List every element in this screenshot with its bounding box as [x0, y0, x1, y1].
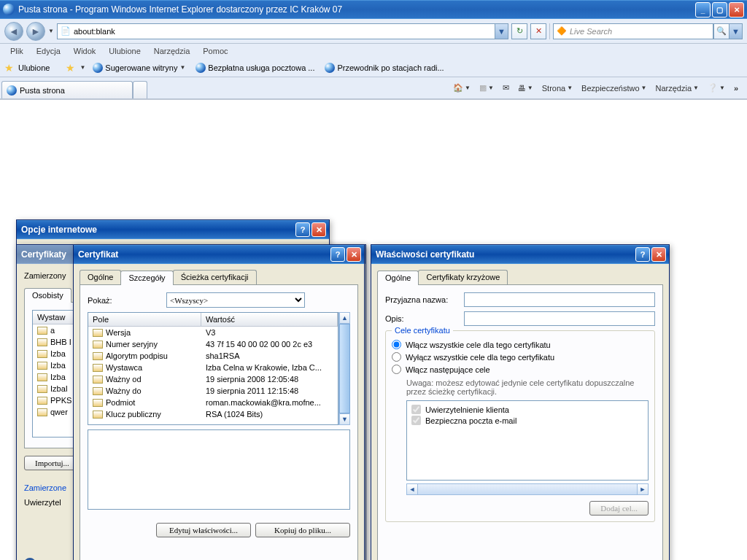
- col-field[interactable]: Pole: [88, 313, 201, 326]
- scroll-thumb[interactable]: [339, 324, 350, 413]
- tab-general[interactable]: Ogólne: [80, 270, 121, 284]
- cert-field-row[interactable]: Numer seryjny43 7f 15 40 00 02 00 00 2c …: [88, 338, 338, 350]
- menu-favorites[interactable]: Ulubione: [103, 45, 146, 57]
- safety-menu[interactable]: Bezpieczeństwo▼: [578, 82, 649, 94]
- overflow-button[interactable]: »: [731, 82, 741, 94]
- address-dropdown[interactable]: ▼: [495, 23, 508, 39]
- nav-history-dropdown[interactable]: ▼: [48, 28, 54, 34]
- note-text: Uwaga: możesz edytować jedynie cele cert…: [392, 376, 649, 400]
- cert-icon: [37, 408, 47, 416]
- description-input[interactable]: [464, 311, 655, 326]
- field-icon: [93, 352, 103, 360]
- stop-button[interactable]: ✕: [530, 23, 546, 39]
- tools-menu[interactable]: Narzędzia▼: [653, 82, 702, 94]
- show-combo[interactable]: <Wszyscy>: [166, 292, 305, 308]
- copy-to-file-button[interactable]: Kopiuj do pliku...: [255, 523, 350, 537]
- refresh-button[interactable]: ↻: [511, 23, 527, 39]
- certificate-properties-dialog: Właściwości certyfikatu ? ✕ Ogólne Certy…: [371, 244, 670, 560]
- dialog-close-button[interactable]: ✕: [651, 247, 666, 262]
- cert-purposes-legend: Cele certyfikatu: [392, 326, 453, 335]
- forward-button[interactable]: ►: [26, 22, 45, 41]
- scrollbar[interactable]: ▲ ▼: [338, 312, 350, 425]
- tab-personal[interactable]: Osobisty: [24, 288, 71, 303]
- feeds-button[interactable]: ▩▼: [476, 82, 497, 94]
- search-placeholder: Live Search: [570, 27, 612, 36]
- radio-enable-all[interactable]: [392, 340, 401, 349]
- browser-tab[interactable]: Pusta strona: [1, 81, 133, 98]
- scroll-up[interactable]: ▲: [339, 312, 350, 324]
- scroll-track[interactable]: [418, 483, 637, 495]
- search-button[interactable]: 🔍: [713, 23, 729, 39]
- description-label: Opis:: [385, 314, 458, 323]
- dialog-help-button[interactable]: ?: [295, 222, 310, 237]
- tab-certpath[interactable]: Ścieżka certyfikacji: [173, 270, 257, 284]
- menu-file[interactable]: Plik: [4, 45, 29, 57]
- favorites-label[interactable]: Ulubione: [18, 63, 50, 72]
- ie-icon: [196, 63, 206, 73]
- edit-properties-button[interactable]: Edytuj właściwości...: [156, 523, 251, 537]
- search-input[interactable]: 🔶 Live Search: [553, 23, 713, 39]
- search-dropdown[interactable]: ▼: [729, 23, 743, 39]
- cert-field-row[interactable]: WersjaV3: [88, 327, 338, 338]
- tab-general[interactable]: Ogólne: [377, 271, 419, 285]
- search-provider-icon: 🔶: [557, 26, 567, 36]
- page-content: Opcje internetowe ? ✕ Certyfikaty Zamier…: [0, 99, 747, 560]
- cert-field-row[interactable]: Klucz publicznyRSA (1024 Bits): [88, 408, 338, 420]
- import-button[interactable]: Importuj...: [24, 456, 80, 470]
- fav-link-mail[interactable]: Bezpłatna usługa pocztowa ...: [193, 61, 317, 74]
- scroll-left[interactable]: ◄: [406, 483, 418, 495]
- cert-field-row[interactable]: WystawcaIzba Celna w Krakowie, Izba C...: [88, 362, 338, 373]
- col-issued-to[interactable]: Wystaw: [33, 311, 77, 324]
- field-icon: [93, 376, 103, 384]
- help-button[interactable]: ❔▼: [705, 82, 728, 94]
- tab-title: Pusta strona: [20, 86, 65, 95]
- show-label: Pokaż:: [88, 296, 160, 305]
- home-icon: 🏠: [453, 83, 463, 93]
- tab-cross-certs[interactable]: Certyfikaty krzyżowe: [418, 270, 508, 284]
- print-button[interactable]: 🖶▼: [515, 82, 536, 94]
- radio-disable-all[interactable]: [392, 352, 401, 362]
- mail-button[interactable]: ✉: [500, 82, 512, 94]
- suggested-sites-link[interactable]: Sugerowane witryny ▼: [90, 61, 188, 74]
- field-value-textarea[interactable]: [88, 429, 350, 510]
- new-tab-button[interactable]: [133, 81, 147, 98]
- menu-edit[interactable]: Edycja: [31, 45, 66, 57]
- cert-icon: [37, 385, 47, 393]
- cert-field-row[interactable]: Ważny do19 sierpnia 2011 12:15:48: [88, 385, 338, 397]
- dialog-help-button[interactable]: ?: [330, 247, 345, 262]
- address-bar[interactable]: 📄 about:blank: [57, 23, 495, 39]
- horizontal-scrollbar[interactable]: ◄ ►: [406, 483, 649, 495]
- window-title: Pusta strona - Program Windows Internet …: [18, 4, 694, 15]
- add-favorite-icon[interactable]: ★: [66, 62, 75, 74]
- friendly-name-input[interactable]: [464, 292, 655, 307]
- cert-field-row[interactable]: Algorytm podpisusha1RSA: [88, 350, 338, 362]
- cert-icon: [37, 327, 47, 335]
- close-button[interactable]: ✕: [729, 2, 744, 18]
- dialog-close-button[interactable]: ✕: [347, 247, 361, 262]
- dialog-title: Właściwości certyfikatu: [374, 249, 634, 260]
- scroll-down[interactable]: ▼: [339, 413, 350, 425]
- add-favorite-dropdown[interactable]: ▼: [80, 64, 85, 71]
- fav-link-guide[interactable]: Przewodnik po stacjach radi...: [322, 61, 446, 74]
- dialog-close-button[interactable]: ✕: [311, 222, 326, 237]
- back-button[interactable]: ◄: [4, 22, 23, 41]
- add-purpose-button: Dodaj cel...: [589, 501, 649, 516]
- radio-enable-following[interactable]: [392, 365, 401, 374]
- cert-field-row[interactable]: Ważny od19 sierpnia 2008 12:05:48: [88, 373, 338, 385]
- field-icon: [93, 387, 103, 395]
- minimize-button[interactable]: _: [695, 2, 711, 18]
- purposes-list: Uwierzytelnienie klienta Bezpieczna pocz…: [406, 400, 649, 481]
- menu-view[interactable]: Widok: [68, 45, 102, 57]
- cert-field-row[interactable]: Podmiotroman.mackowiak@kra.mofne...: [88, 397, 338, 408]
- menu-help[interactable]: Pomoc: [197, 45, 233, 57]
- col-value[interactable]: Wartość: [201, 313, 338, 326]
- home-button[interactable]: 🏠▼: [450, 82, 473, 94]
- field-icon: [93, 411, 103, 419]
- menu-tools[interactable]: Narzędzia: [148, 45, 196, 57]
- scroll-right[interactable]: ►: [637, 483, 649, 495]
- maximize-button[interactable]: ▢: [712, 2, 727, 18]
- page-menu[interactable]: Strona▼: [539, 82, 576, 94]
- tab-details[interactable]: Szczegóły: [120, 271, 173, 285]
- rss-icon: ▩: [479, 83, 487, 93]
- dialog-help-button[interactable]: ?: [635, 247, 650, 262]
